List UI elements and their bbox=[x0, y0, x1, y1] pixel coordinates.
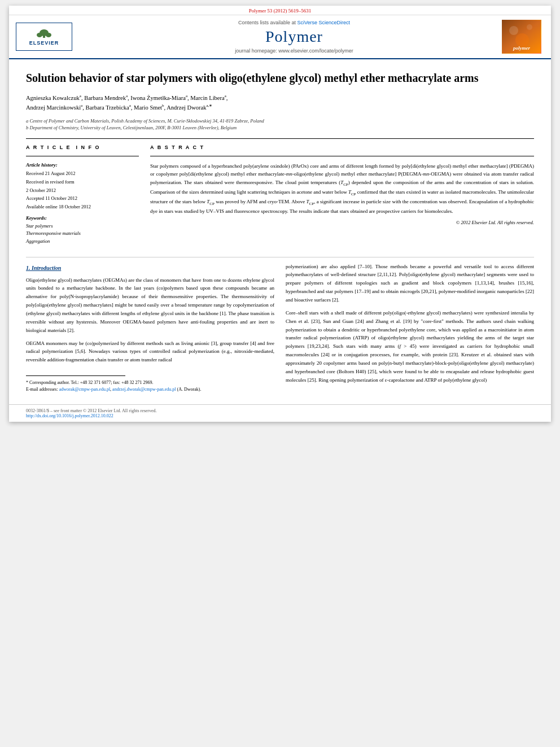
article-title: Solution behavior of star polymers with … bbox=[26, 71, 534, 85]
tree-icon bbox=[36, 28, 53, 38]
svg-point-3 bbox=[46, 33, 51, 37]
article-content: Solution behavior of star polymers with … bbox=[9, 59, 551, 257]
intro-para-3: polymerization) are also applied [7–10].… bbox=[286, 263, 534, 304]
intro-para-2: OEGMA monomers may be (co)polymerized by… bbox=[26, 339, 274, 365]
affiliation-b: b Department of Chemistry, University of… bbox=[26, 124, 534, 132]
received-date: Received 21 August 2012 bbox=[26, 170, 139, 177]
footnote-divider bbox=[26, 375, 125, 376]
svg-point-5 bbox=[509, 26, 518, 35]
info-divider bbox=[26, 156, 139, 156]
intro-para-4: Core–shell stars with a shell made of di… bbox=[286, 309, 534, 385]
revised-label: Received in revised form bbox=[26, 178, 139, 186]
svg-text:polymer: polymer bbox=[513, 45, 530, 51]
affiliation-a: a Centre of Polymer and Carbon Materials… bbox=[26, 117, 534, 125]
footnote-email: E-mail addresses: adworak@cmpw-pan.edu.p… bbox=[26, 386, 274, 393]
email-link-1[interactable]: adworak@cmpw-pan.edu.pl bbox=[59, 387, 110, 392]
journal-citation-bar: Polymer 53 (2012) 5619–5631 bbox=[9, 6, 551, 15]
elsevier-logo: ELSEVIER bbox=[16, 23, 72, 51]
abstract-col: A B S T R A C T Star polymers composed o… bbox=[150, 145, 534, 246]
polymer-logo-container: polymer bbox=[499, 20, 544, 54]
footnote-star: * Corresponding author. Tel.: +48 32 371… bbox=[26, 379, 274, 386]
intro-para-1: Oligo(ethylene glycol) methacrylates (OE… bbox=[26, 276, 274, 335]
journal-homepage: journal homepage: www.elsevier.com/locat… bbox=[235, 48, 353, 54]
accepted-date: Accepted 11 October 2012 bbox=[26, 195, 139, 202]
keyword-1: Star polymers bbox=[26, 222, 139, 230]
journal-citation: Polymer 53 (2012) 5619–5631 bbox=[249, 8, 312, 14]
elsevier-branding: ELSEVIER bbox=[16, 20, 89, 54]
header-divider bbox=[26, 138, 534, 139]
section1-heading: 1. Introduction bbox=[26, 264, 274, 273]
article-info-col: A R T I C L E I N F O Article history: R… bbox=[26, 145, 139, 246]
elsevier-text: ELSEVIER bbox=[29, 40, 59, 46]
svg-point-6 bbox=[527, 24, 532, 30]
journal-title: Polymer bbox=[265, 28, 323, 46]
article-info-abstract: A R T I C L E I N F O Article history: R… bbox=[26, 145, 534, 246]
journal-info-center: Contents lists available at SciVerse Sci… bbox=[95, 20, 493, 54]
doi-link[interactable]: http://dx.doi.org/10.1016/j.polymer.2012… bbox=[26, 413, 113, 418]
main-body: 1. Introduction Oligo(ethylene glycol) m… bbox=[9, 263, 551, 404]
section-separator bbox=[26, 257, 534, 263]
copyright-line: © 2012 Elsevier Ltd. All rights reserved… bbox=[150, 220, 534, 225]
footer: 0032-3861/$ – see front matter © 2012 El… bbox=[9, 404, 551, 422]
polymer-logo: polymer bbox=[502, 20, 541, 54]
authors-line: Agnieszka Kowalczuka, Barbara Mendreka, … bbox=[26, 93, 534, 113]
abstract-divider bbox=[150, 156, 534, 156]
page: Polymer 53 (2012) 5619–5631 E bbox=[9, 6, 551, 422]
affiliations: a Centre of Polymer and Carbon Materials… bbox=[26, 117, 534, 132]
available-date: Available online 18 October 2012 bbox=[26, 203, 139, 211]
body-two-col: 1. Introduction Oligo(ethylene glycol) m… bbox=[26, 263, 534, 393]
polymer-logo-image: polymer bbox=[502, 20, 541, 53]
sciverse-line: Contents lists available at SciVerse Sci… bbox=[238, 20, 350, 25]
abstract-label: A B S T R A C T bbox=[150, 145, 534, 150]
body-col-right: polymerization) are also applied [7–10].… bbox=[286, 263, 534, 393]
keyword-2: Thermoresponsive materials bbox=[26, 230, 139, 238]
footer-info: 0032-3861/$ – see front matter © 2012 El… bbox=[26, 408, 157, 413]
article-info-section-label: A R T I C L E I N F O bbox=[26, 145, 139, 150]
journal-header: ELSEVIER Contents lists available at Sci… bbox=[9, 15, 551, 59]
revised-date: 2 October 2012 bbox=[26, 187, 139, 194]
abstract-text: Star polymers composed of a hyperbranche… bbox=[150, 162, 534, 215]
body-col-left: 1. Introduction Oligo(ethylene glycol) m… bbox=[26, 263, 274, 393]
email-link-2[interactable]: andrzej.dworak@cmpw-pan.edu.pl bbox=[112, 387, 176, 392]
keywords-label: Keywords: bbox=[26, 215, 139, 221]
article-history-label: Article history: bbox=[26, 162, 139, 168]
keyword-3: Aggregation bbox=[26, 238, 139, 246]
sciverse-link[interactable]: SciVerse ScienceDirect bbox=[298, 20, 351, 25]
footnote-area: * Corresponding author. Tel.: +48 32 371… bbox=[26, 375, 274, 393]
svg-point-2 bbox=[37, 33, 42, 37]
